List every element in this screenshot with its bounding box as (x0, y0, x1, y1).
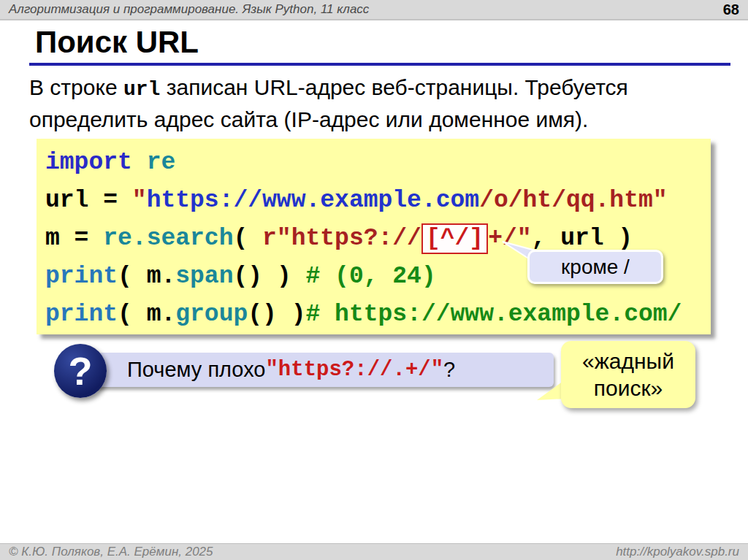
footer-site-link[interactable]: http://kpolyakov.spb.ru (616, 545, 739, 559)
code-var-url: url = (45, 187, 132, 214)
intro-text-before: В строке (29, 75, 123, 99)
course-title: Алгоритмизация и программирование. Язык … (9, 2, 369, 17)
code-fn-research: re.search (103, 225, 233, 252)
callout-krome-label: кроме / (561, 256, 630, 279)
code-var-m: m = (45, 225, 103, 252)
code-args-2b: () ) (248, 301, 305, 328)
footer-authors: © К.Ю. Поляков, Е.А. Ерёмин, 2025 (9, 545, 213, 559)
code-call-end: , url ) (532, 225, 633, 252)
code-fn-print-1: print (45, 263, 118, 290)
question-regex: "https?://.+/" (265, 358, 443, 382)
task-description: В строке url записан URL-адрес веб-стран… (29, 72, 727, 134)
code-args-1a: ( m. (118, 263, 175, 290)
header-bar: Алгоритмизация и программирование. Язык … (0, 0, 748, 20)
question-icon-glyph: ? (69, 348, 93, 394)
intro-var-url: url (123, 78, 160, 101)
code-line-2: url = "https://www.example.com/o/ht/qq.h… (45, 182, 711, 220)
code-regex-start: r"https?:// (262, 225, 421, 252)
code-args-1b: () ) (233, 263, 305, 290)
question-mark-text: ? (443, 358, 455, 382)
question-bar: Почему плохо "https?://.+/"? (73, 353, 554, 387)
callout-greedy-line1: «жадный (582, 348, 674, 375)
code-quote: " (132, 187, 147, 214)
code-regex-end: +/" (488, 225, 531, 252)
code-comment-span: # (0, 24) (306, 263, 436, 290)
page-title: Поиск URL (35, 25, 199, 60)
callout-greedy: «жадный поиск» (561, 341, 695, 408)
code-keyword-import: import (45, 149, 147, 176)
page-number: 68 (723, 1, 739, 18)
code-block: import re url = "https://www.example.com… (37, 139, 711, 334)
code-fn-group: group (175, 301, 248, 328)
footer-bar: © К.Ю. Поляков, Е.А. Ерёмин, 2025 http:/… (0, 543, 748, 560)
regex-highlight-box: [^/] (421, 223, 488, 254)
slide: Алгоритмизация и программирование. Язык … (0, 0, 748, 560)
code-url-path: /o/ht/qq.htm" (479, 187, 667, 214)
code-fn-print-2: print (45, 301, 118, 328)
code-line-5: print( m.group() )# https://www.example.… (45, 296, 711, 334)
callout-krome: кроме / (527, 250, 663, 284)
code-args-2a: ( m. (118, 301, 175, 328)
code-url-link[interactable]: https://www.example.com (147, 187, 479, 214)
code-comment-group: # https://www.example.com/ (306, 301, 682, 328)
title-underline (29, 63, 730, 66)
code-module-re: re (147, 149, 176, 176)
question-text: Почему плохо (127, 358, 265, 382)
code-line-1: import re (45, 144, 711, 182)
code-fn-span: span (175, 263, 233, 290)
question-icon: ? (54, 344, 107, 398)
callout-greedy-line2: поиск» (594, 375, 663, 402)
code-paren: ( (233, 225, 262, 252)
